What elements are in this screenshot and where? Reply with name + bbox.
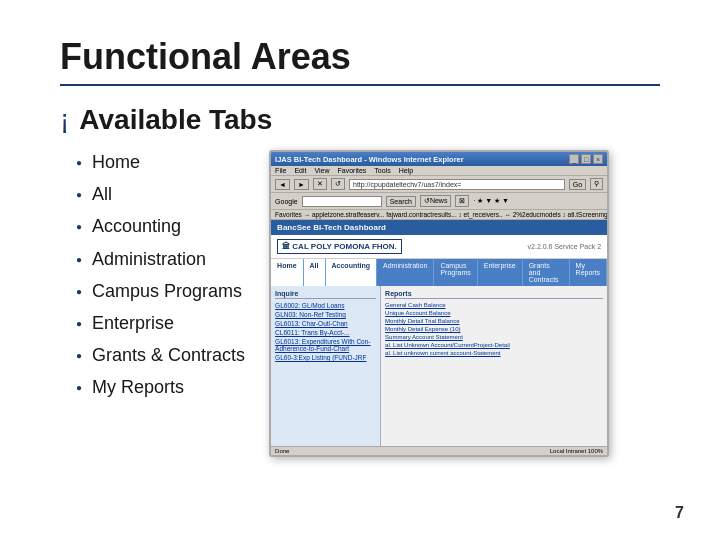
report-item-6[interactable]: al. List Unknown Account/CurrentProject-… bbox=[385, 341, 603, 349]
browser-statusbar: Done Local Intranet 100% bbox=[271, 446, 607, 455]
report-item-1[interactable]: General Cash Balance bbox=[385, 301, 603, 309]
app-nav-tabs: Home All Accounting Administration Campu… bbox=[271, 259, 607, 286]
sidebar-item-5[interactable]: GL6013: Expenditures With Con-Adherence-… bbox=[275, 337, 376, 353]
cal-poly-logo: 🏛 CAL POLY POMONA FHON. bbox=[277, 239, 402, 254]
list-item: Home bbox=[76, 150, 245, 175]
list-item: Campus Programs bbox=[76, 279, 245, 304]
page-title: Functional Areas bbox=[60, 36, 660, 78]
tab-all[interactable]: All bbox=[304, 259, 326, 286]
app-logo-row: 🏛 CAL POLY POMONA FHON. v2.2.0.6 Service… bbox=[271, 235, 607, 259]
browser-titlebar: IJAS BI-Tech Dashboard - Windows Interne… bbox=[271, 152, 607, 166]
browser-toolbar: ◄ ► ✕ ↺ http://cpupdateltechv7/uas7/inde… bbox=[271, 176, 607, 193]
refresh-button[interactable]: ↺ bbox=[331, 178, 345, 190]
window-controls: _ □ × bbox=[569, 154, 603, 164]
list-item: Enterprise bbox=[76, 311, 245, 336]
sidebar-item-3[interactable]: GL6013: Char-Outl-Chan bbox=[275, 319, 376, 328]
slide-container: Functional Areas ¡ Available Tabs Home A… bbox=[0, 0, 720, 540]
address-bar[interactable]: http://cpupdateltechv7/uas7/index= bbox=[349, 179, 565, 190]
tab-accounting[interactable]: Accounting bbox=[326, 259, 378, 286]
browser-menubar: File Edit View Favorites Tools Help bbox=[271, 166, 607, 176]
app-header-text: BancSee BI-Tech Dashboard bbox=[277, 223, 386, 232]
inquire-section-title: Inquire bbox=[275, 290, 376, 299]
tab-administration[interactable]: Administration bbox=[377, 259, 434, 286]
list-item: Accounting bbox=[76, 214, 245, 239]
menu-view[interactable]: View bbox=[314, 167, 329, 174]
content-area: Home All Accounting Administration Campu… bbox=[60, 150, 660, 457]
title-divider bbox=[60, 84, 660, 86]
menu-file[interactable]: File bbox=[275, 167, 286, 174]
sidebar-item-2[interactable]: GLN03: Non-Ref Testing bbox=[275, 310, 376, 319]
page-number: 7 bbox=[675, 504, 684, 522]
sidebar-item-4[interactable]: CL6011: Trans By-Acct-... bbox=[275, 328, 376, 337]
back-button[interactable]: ◄ bbox=[275, 179, 290, 190]
report-item-3[interactable]: Monthly Detail Trial Balance bbox=[385, 317, 603, 325]
menu-edit[interactable]: Edit bbox=[294, 167, 306, 174]
sidebar-item-1[interactable]: GL6002: GL/Mod Loans bbox=[275, 301, 376, 310]
menu-favorites[interactable]: Favorites bbox=[338, 167, 367, 174]
search-button[interactable]: ⚲ bbox=[590, 178, 603, 190]
app-body: Inquire GL6002: GL/Mod Loans GLN03: Non-… bbox=[271, 286, 607, 446]
subtitle-row: ¡ Available Tabs bbox=[60, 104, 660, 136]
tab-grants[interactable]: Grants and Contracts bbox=[523, 259, 570, 286]
maximize-button[interactable]: □ bbox=[581, 154, 591, 164]
list-item: All bbox=[76, 182, 245, 207]
menu-help[interactable]: Help bbox=[399, 167, 413, 174]
google-search-input[interactable] bbox=[302, 196, 382, 207]
google-toolbar: Google Search ↺News ⊠ ∙ ★ ▼ ★ ▼ bbox=[271, 193, 607, 210]
list-item: Administration bbox=[76, 247, 245, 272]
subtitle-bullet: ¡ bbox=[60, 106, 69, 134]
forward-button[interactable]: ► bbox=[294, 179, 309, 190]
list-item: My Reports bbox=[76, 375, 245, 400]
app-header: BancSee BI-Tech Dashboard bbox=[271, 220, 607, 235]
mail-button[interactable]: ⊠ bbox=[455, 195, 469, 207]
report-item-2[interactable]: Unique Account Balance bbox=[385, 309, 603, 317]
favorites-bar: Favorites → appletzone.stratfeaserv... f… bbox=[271, 210, 607, 220]
app-main-content: Reports General Cash Balance Unique Acco… bbox=[381, 286, 607, 446]
tab-home[interactable]: Home bbox=[271, 259, 303, 286]
google-search-button[interactable]: Search bbox=[386, 196, 416, 207]
browser-mockup: IJAS BI-Tech Dashboard - Windows Interne… bbox=[269, 150, 609, 457]
reports-section-title: Reports bbox=[385, 290, 603, 299]
google-label: Google bbox=[275, 198, 298, 205]
tab-list-section: Home All Accounting Administration Campu… bbox=[60, 150, 245, 408]
stop-button[interactable]: ✕ bbox=[313, 178, 327, 190]
minimize-button[interactable]: _ bbox=[569, 154, 579, 164]
go-button[interactable]: Go bbox=[569, 179, 586, 190]
tab-enterprise[interactable]: Enterprise bbox=[478, 259, 523, 286]
tab-list: Home All Accounting Administration Campu… bbox=[60, 150, 245, 401]
logo-icon: 🏛 bbox=[282, 242, 290, 251]
report-item-5[interactable]: Summary Account Statement bbox=[385, 333, 603, 341]
tab-myreports[interactable]: My Reports bbox=[570, 259, 608, 286]
report-item-4[interactable]: Monthly Detail Expense (10) bbox=[385, 325, 603, 333]
statusbar-right: Local Intranet 100% bbox=[550, 448, 603, 454]
subtitle: Available Tabs bbox=[79, 104, 272, 136]
close-button[interactable]: × bbox=[593, 154, 603, 164]
tab-campus[interactable]: Campus Programs bbox=[434, 259, 477, 286]
logo-text: CAL POLY POMONA FHON. bbox=[292, 242, 396, 251]
news-button[interactable]: ↺News bbox=[420, 195, 452, 207]
version-info: v2.2.0.6 Service Pack 2 bbox=[528, 243, 602, 250]
app-sidebar: Inquire GL6002: GL/Mod Loans GLN03: Non-… bbox=[271, 286, 381, 446]
report-item-7[interactable]: al. List unknown current account-Stateme… bbox=[385, 349, 603, 357]
list-item: Grants & Contracts bbox=[76, 343, 245, 368]
favbar-text: Favorites → appletzone.stratfeaserv... f… bbox=[275, 211, 607, 218]
menu-tools[interactable]: Tools bbox=[374, 167, 390, 174]
toolbar-extra: ∙ ★ ▼ ★ ▼ bbox=[473, 197, 509, 205]
sidebar-item-6[interactable]: GL60-3:Exp Listing (FUND-JRF bbox=[275, 353, 376, 362]
statusbar-left: Done bbox=[275, 448, 289, 454]
browser-title-text: IJAS BI-Tech Dashboard - Windows Interne… bbox=[275, 155, 464, 164]
